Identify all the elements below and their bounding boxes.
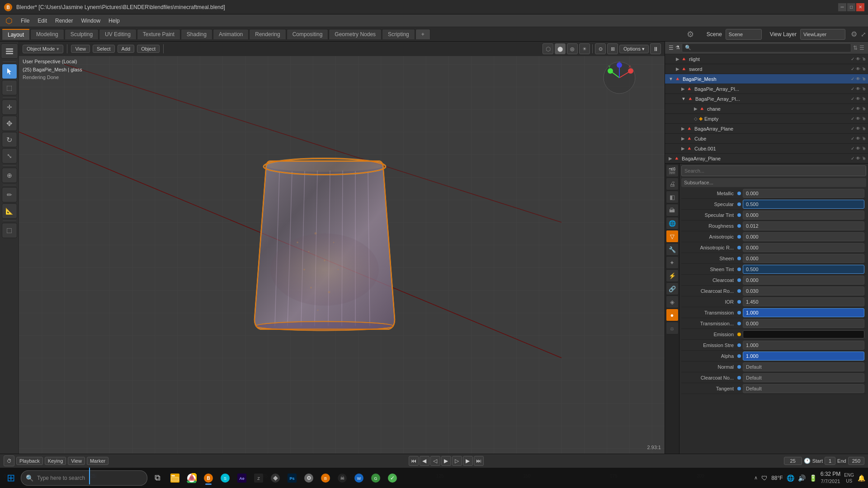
step-next-button[interactable]: ▷ (452, 456, 462, 466)
start-button[interactable]: ⊞ (3, 470, 19, 486)
prop-sheen-tint-value[interactable]: 0.500 (743, 265, 864, 274)
taskbar-app-icon-6[interactable]: W (351, 470, 367, 486)
prop-transmission-dot[interactable] (737, 311, 741, 314)
keying-button[interactable]: Keying (45, 457, 66, 465)
taskbar-app-icon-1[interactable]: S (217, 470, 233, 486)
tab-sculpting[interactable]: Sculpting (65, 29, 99, 39)
prop-sheen-tint-dot[interactable] (737, 267, 741, 271)
outliner-item-bagapie-mesh[interactable]: ▼ 🔺 BagaPie_Mesh ✓ 👁 🖱 (665, 74, 868, 84)
properties-search-input[interactable] (681, 165, 866, 176)
prop-clearcoat-normal-dot[interactable] (737, 376, 741, 380)
view-layer-dropdown[interactable]: ViewLayer (800, 29, 845, 40)
prop-clearcoat-value[interactable]: 0.000 (743, 276, 864, 285)
scene-props-icon[interactable]: 🏔 (666, 204, 679, 216)
object-props-icon[interactable]: ▽ (666, 230, 679, 243)
tab-compositing[interactable]: Compositing (287, 29, 329, 39)
world-props-icon[interactable]: 🌐 (666, 217, 679, 230)
jump-prev-keyframe-button[interactable]: ◀ (420, 456, 429, 466)
render-props-icon[interactable]: 🎬 (666, 164, 679, 177)
menu-logo[interactable]: ⬡ (2, 15, 16, 27)
tray-up-arrow-icon[interactable]: ∧ (754, 475, 758, 481)
prop-anisotropic-r-value[interactable]: 0.000 (743, 243, 864, 252)
prop-specular-value[interactable]: 0.500 (743, 200, 864, 209)
measure-tool-button[interactable]: 📐 (2, 203, 17, 219)
mode-menu-button[interactable] (1, 43, 18, 59)
outliner-item-rlight[interactable]: ▶ 🔺 rlight ✓ 👁 🖱 (665, 54, 868, 64)
taskbar-app-icon-2[interactable]: Z (251, 470, 266, 486)
outliner-item-bagapie-array-1[interactable]: ▶ 🔺 BagaPie_Array_Pl... ✓ 👁 🖱 (665, 84, 868, 94)
prop-roughness-dot[interactable] (737, 224, 741, 228)
scale-tool-button[interactable]: ⤡ (2, 148, 17, 164)
annotate-tool-button[interactable]: ✏ (2, 187, 17, 202)
prop-transmission-roughness-dot[interactable] (737, 322, 741, 325)
options-button[interactable]: Options ▾ (619, 45, 649, 53)
taskbar-settings-icon[interactable]: ⚙ (301, 470, 316, 486)
taskbar-blender-icon[interactable]: B (201, 470, 216, 486)
outliner-search[interactable]: 🔍 (682, 43, 851, 52)
jump-end-button[interactable]: ⏭ (474, 456, 484, 466)
object-menu-button[interactable]: Object (137, 45, 160, 53)
tab-rendering[interactable]: Rendering (249, 29, 286, 39)
outliner-item-sword[interactable]: ▶ 🔺 sword ✓ 👁 🖱 (665, 64, 868, 74)
taskbar-app-icon-7[interactable]: G (368, 470, 383, 486)
physics-props-icon[interactable]: ⚡ (666, 269, 679, 282)
taskbar-photoshop-icon[interactable]: Ps (284, 470, 300, 486)
taskbar-aftereffects-icon[interactable]: Ae (234, 470, 250, 486)
prop-emission-strength-value[interactable]: 1.000 (743, 341, 864, 350)
maximize-button[interactable]: □ (847, 3, 855, 11)
prop-anisotropic-r-dot[interactable] (737, 246, 741, 249)
current-frame-input[interactable]: 25 (784, 457, 802, 465)
prop-tangent-dot[interactable] (737, 387, 741, 390)
jump-next-keyframe-button[interactable]: ▶ (463, 456, 473, 466)
jump-start-button[interactable]: ⏮ (409, 456, 419, 466)
workspace-settings-icon[interactable]: ⚙ (851, 30, 857, 38)
outliner-item-baga-array-plane-1[interactable]: ▶ 🔺 BagaArray_Plane ✓ 👁 🖱 (665, 124, 868, 134)
menu-file[interactable]: File (17, 17, 33, 25)
constraints-props-icon[interactable]: 🔗 (666, 282, 679, 295)
language-display[interactable]: ENG US (844, 472, 854, 484)
add-object-button[interactable]: □ (2, 223, 17, 238)
overlays-button[interactable]: ⊙ (595, 43, 606, 54)
taskbar-search-bar[interactable]: 🔍 Type here to search (21, 470, 147, 486)
tab-geometry-nodes[interactable]: Geometry Nodes (329, 29, 382, 39)
tab-scripting[interactable]: Scripting (382, 29, 415, 39)
taskbar-app-icon-5[interactable]: ☠ (335, 470, 350, 486)
prop-transmission-value[interactable]: 1.000 (743, 308, 864, 317)
menu-edit[interactable]: Edit (34, 17, 51, 25)
tab-layout[interactable]: Layout (2, 29, 30, 40)
transform-tool-button[interactable]: ⊕ (2, 168, 17, 183)
view-layer-props-icon[interactable]: ◧ (666, 191, 679, 203)
viewport-navigation-gizmo[interactable]: X Y Z (601, 60, 637, 97)
prop-specular-tint-dot[interactable] (737, 213, 741, 217)
menu-help[interactable]: Help (105, 17, 123, 25)
taskbar-chrome-icon[interactable] (184, 470, 199, 486)
move-tool-button[interactable]: ✥ (2, 116, 17, 131)
object-mode-dropdown[interactable]: Object Mode ▾ (23, 45, 63, 53)
marker-button[interactable]: Marker (87, 457, 108, 465)
outliner-filter-toggle[interactable]: ☰ (859, 45, 864, 51)
outliner-item-chane[interactable]: ▶ 🔺 chane ✓ 👁 🖱 (665, 104, 868, 114)
tab-texture-paint[interactable]: Texture Paint (137, 29, 180, 39)
prop-normal-value[interactable]: Default (743, 362, 864, 371)
prop-clearcoat-ro-dot[interactable] (737, 289, 741, 293)
view-menu-timeline-button[interactable]: View (68, 457, 85, 465)
taskbar-app-icon-8[interactable]: ✓ (385, 470, 400, 486)
output-props-icon[interactable]: 🖨 (666, 178, 679, 190)
prop-clearcoat-normal-value[interactable]: Default (743, 373, 864, 382)
prop-roughness-value[interactable]: 0.012 (743, 221, 864, 230)
particles-props-icon[interactable]: ✦ (666, 256, 679, 269)
select-box-button[interactable]: ⬚ (2, 80, 17, 95)
material-shading-button[interactable]: ◎ (567, 43, 578, 54)
object-data-props-icon[interactable]: ◈ (666, 296, 679, 308)
prop-transmission-roughness-value[interactable]: 0.000 (743, 319, 864, 328)
add-menu-button[interactable]: Add (118, 45, 135, 53)
tray-network-icon[interactable]: 🌐 (787, 474, 794, 482)
tab-uv-editing[interactable]: UV Editing (99, 29, 137, 39)
modifier-props-icon[interactable]: 🔧 (666, 243, 679, 256)
prop-metallic-dot[interactable] (737, 192, 741, 195)
prop-alpha-dot[interactable] (737, 354, 741, 358)
menu-render[interactable]: Render (52, 17, 76, 25)
prop-specular-tint-value[interactable]: 0.000 (743, 211, 864, 220)
outliner-item-bagapie-array-2[interactable]: ▼ 🔺 BagaPie_Array_Pl... ✓ 👁 🖱 (665, 94, 868, 104)
menu-window[interactable]: Window (77, 17, 104, 25)
